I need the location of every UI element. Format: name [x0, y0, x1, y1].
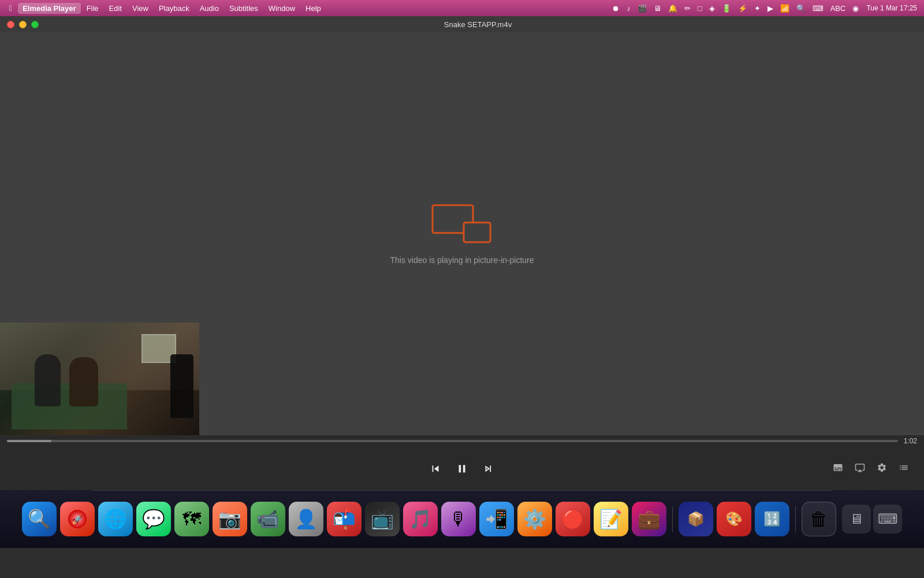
video-area: This video is playing in picture-in-pict… — [0, 32, 924, 435]
svg-text:🚀: 🚀 — [72, 514, 83, 525]
search-icon[interactable]: 🔍 — [795, 4, 807, 13]
menu-audio[interactable]: Audio — [195, 3, 223, 14]
dock-soulver[interactable]: 🔢 — [755, 502, 789, 536]
time-display: 1:02 — [904, 437, 917, 445]
subtitles-icon — [833, 462, 843, 473]
dock-facetime[interactable]: 📹 — [251, 502, 285, 536]
menu-subtitles[interactable]: Subtitles — [225, 3, 263, 14]
dock-launchpad[interactable]: 🚀 — [60, 502, 95, 536]
dock-safari[interactable]: 🌐 — [98, 502, 133, 536]
bluetooth-icon[interactable]: ✦ — [752, 4, 762, 13]
airplay-button[interactable] — [851, 459, 869, 479]
prev-icon — [429, 462, 442, 475]
playlist-button[interactable] — [895, 459, 912, 479]
siri-icon[interactable]: ◉ — [851, 4, 860, 13]
launchpad-icon: 🚀 — [68, 510, 87, 528]
menu-playback[interactable]: Playback — [154, 3, 194, 14]
dock-maps[interactable]: 🗺 — [174, 502, 209, 536]
dock-messages[interactable]: 💬 — [136, 502, 171, 536]
menu-time: Tue 1 Mar 17:25 — [864, 4, 919, 12]
airplay-icon — [855, 462, 865, 473]
keyboard-icon[interactable]: ⌨ — [811, 4, 825, 13]
menu-window[interactable]: Window — [264, 3, 300, 14]
dock-extra[interactable]: 🖥 ⌨ — [842, 505, 902, 533]
window-title: Snake SETAPP.m4v — [39, 20, 917, 29]
dock-extra1[interactable]: 🖥 — [842, 505, 871, 533]
dock-notes[interactable]: 📝 — [594, 502, 628, 536]
appletv2-icon[interactable]: ▶ — [766, 4, 775, 13]
dock-separator-2 — [795, 506, 796, 532]
scene-figure1 — [35, 354, 61, 406]
wifi-icon[interactable]: 📶 — [778, 4, 791, 13]
screenflow-icon[interactable]: 🎬 — [636, 4, 649, 13]
pip-preview — [0, 323, 199, 435]
playlist-icon — [899, 462, 909, 473]
pip-message: This video is playing in picture-in-pict… — [390, 255, 534, 265]
pause-icon — [456, 462, 468, 475]
pip-preview-content — [0, 323, 199, 435]
dock-finder[interactable]: 🔍 — [22, 502, 57, 536]
record-icon[interactable]: ⏺ — [610, 4, 621, 13]
app-window: Snake SETAPP.m4v This video is playing i… — [0, 16, 924, 490]
pause-button[interactable] — [449, 458, 475, 480]
scene-figure2 — [69, 357, 98, 406]
calendar-icon[interactable]: □ — [696, 4, 704, 13]
prev-button[interactable] — [422, 458, 449, 480]
dock-extra2[interactable]: ⌨ — [873, 505, 902, 533]
battery2-icon[interactable]: ⚡ — [736, 4, 749, 13]
svg-rect-1 — [464, 223, 490, 242]
menu-help[interactable]: Help — [301, 3, 326, 14]
controls-bar: 1:02 — [0, 435, 924, 490]
buttons-area — [0, 447, 924, 490]
dock-artstudio[interactable]: 🎨 — [717, 502, 751, 536]
window-controls — [7, 21, 39, 28]
abc-icon[interactable]: ABC — [829, 4, 848, 13]
notification-icon[interactable]: 🔔 — [666, 4, 679, 13]
music-icon[interactable]: ♪ — [625, 4, 632, 13]
settings-icon — [877, 462, 887, 473]
dock-slack[interactable]: 💼 — [632, 502, 666, 536]
dock-photos[interactable]: 📷 — [213, 502, 247, 536]
progress-area: 1:02 — [0, 435, 924, 447]
subtitles-button[interactable] — [829, 459, 847, 479]
pip-svg — [430, 203, 494, 246]
progress-track[interactable] — [7, 440, 898, 442]
menu-edit[interactable]: Edit — [105, 3, 126, 14]
dock-sysprefs[interactable]: ⚙️ — [517, 502, 552, 536]
dock-appstore[interactable]: 📲 — [479, 502, 514, 536]
menu-app-name[interactable]: Elmedia Player — [18, 3, 81, 14]
dock: 🔍 🚀 🌐 💬 🗺 📷 📹 👤 📬 📺 🎵 🎙 📲 ⚙️ 🔴 📝 💼 📦 🎨 🔢… — [0, 490, 924, 548]
menu-bar:  Elmedia Player File Edit View Playback… — [0, 0, 924, 16]
maximize-button[interactable] — [31, 21, 39, 28]
dock-podcasts[interactable]: 🎙 — [441, 502, 476, 536]
dock-chrome[interactable]: 🔴 — [556, 502, 590, 536]
menu-file[interactable]: File — [82, 3, 103, 14]
dock-trash[interactable]: 🗑 — [802, 502, 836, 536]
dock-separator — [672, 506, 673, 532]
menu-bar-right: ⏺ ♪ 🎬 🖥 🔔 ✏ □ ◈ 🔋 ⚡ ✦ ▶ 📶 🔍 ⌨ ABC ◉ Tue … — [610, 4, 919, 13]
dock-contacts[interactable]: 👤 — [289, 502, 323, 536]
battery-icon[interactable]: 🔋 — [720, 4, 733, 13]
menu-bar-left:  Elmedia Player File Edit View Playback… — [5, 3, 326, 14]
dock-music[interactable]: 🎵 — [403, 502, 438, 536]
pen-icon[interactable]: ✏ — [683, 4, 692, 13]
title-bar: Snake SETAPP.m4v — [0, 16, 924, 32]
apple-menu[interactable]:  — [5, 3, 17, 13]
display-icon[interactable]: 🖥 — [652, 4, 663, 13]
settings-button[interactable] — [873, 459, 891, 479]
minimize-button[interactable] — [19, 21, 27, 28]
next-icon — [482, 462, 495, 475]
dock-setapp[interactable]: 📦 — [679, 502, 713, 536]
scene-figure3 — [170, 354, 193, 418]
menu-view[interactable]: View — [128, 3, 153, 14]
pip-icon — [430, 203, 494, 246]
dropbox-icon[interactable]: ◈ — [707, 4, 717, 13]
right-controls — [829, 459, 912, 479]
dock-mail[interactable]: 📬 — [327, 502, 362, 536]
progress-fill — [7, 440, 51, 442]
next-button[interactable] — [475, 458, 502, 480]
dock-appletv[interactable]: 📺 — [365, 502, 400, 536]
close-button[interactable] — [7, 21, 14, 28]
